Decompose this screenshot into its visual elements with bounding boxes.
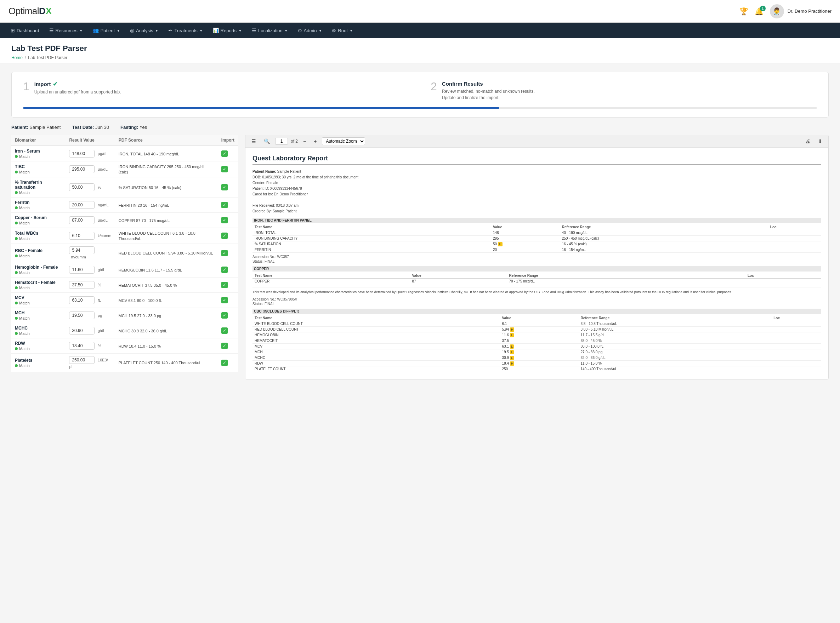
match-dot	[15, 222, 18, 224]
import-checkbox[interactable]: ✓	[221, 166, 228, 172]
breadcrumb-home-link[interactable]: Home	[11, 55, 23, 60]
pdf-page-input[interactable]	[275, 138, 288, 145]
step-1: 1 Import ✔ Upload an unaltered pdf from …	[23, 81, 409, 101]
result-input[interactable]	[69, 342, 95, 350]
step-2-number: 2	[431, 81, 437, 101]
pdf-search-button[interactable]: 🔍	[261, 137, 272, 145]
import-checkbox[interactable]: ✓	[221, 360, 228, 366]
step-2-desc: Review matched, no-match and unknown res…	[442, 88, 541, 101]
nav-item-treatments[interactable]: ✒ Treatments ▼	[163, 23, 207, 38]
import-checkbox[interactable]: ✓	[221, 184, 228, 190]
trophy-icon-button[interactable]: 🏆	[739, 7, 748, 15]
import-cell: ✓	[218, 262, 238, 278]
match-dot	[15, 317, 18, 320]
import-checkbox[interactable]: ✓	[221, 282, 228, 288]
unit-text: %	[98, 283, 101, 287]
nav-item-localization[interactable]: ☰ Localization ▼	[247, 23, 293, 38]
import-cell: ✓	[218, 177, 238, 198]
result-input[interactable]	[69, 183, 95, 191]
biomarker-name: Total WBCs	[15, 231, 62, 236]
nav-item-admin[interactable]: ⊙ Admin ▼	[293, 23, 327, 38]
col-result-value: Result Value	[66, 135, 115, 146]
import-checkbox[interactable]: ✓	[221, 297, 228, 303]
unit-text: k/cumm	[98, 234, 112, 238]
result-input[interactable]	[69, 327, 95, 335]
notifications-button[interactable]: 🔔 1	[755, 7, 763, 15]
pdf-file-received: File Received: 03/18 3:07 am	[252, 203, 821, 209]
nav-item-analysis[interactable]: ◎ Analysis ▼	[125, 23, 163, 38]
nav-item-resources[interactable]: ☰ Resources ▼	[44, 23, 88, 38]
match-badge: Match	[15, 236, 62, 241]
nav-label-resources: Resources	[55, 28, 78, 33]
import-cell: ✓	[218, 161, 238, 177]
biomarker-cell: Platelets Match	[11, 354, 66, 372]
pdf-source-text: RED BLOOD CELL COUNT 5.94 3.80 - 5.10 Mi…	[119, 251, 213, 255]
pdf-source-text: HEMOGLOBIN 11.6 11.7 - 15.5 g/dL	[119, 268, 182, 272]
match-badge: Match	[15, 270, 62, 275]
result-input[interactable]	[69, 266, 95, 274]
pdf-source-cell: MCV 63.1 80.0 - 100.0 fL	[115, 293, 218, 308]
result-value-cell: %	[66, 338, 115, 354]
pdf-source-cell: MCH 19.5 27.0 - 33.0 pg	[115, 308, 218, 323]
pdf-panel3-row: MCH19.5L27.0 - 33.0 pg	[252, 349, 821, 355]
result-input[interactable]	[69, 296, 95, 304]
import-checkbox[interactable]: ✓	[221, 327, 228, 334]
dashboard-icon: ⊞	[11, 28, 15, 33]
match-dot	[15, 364, 18, 367]
result-input[interactable]	[69, 216, 95, 224]
fasting-field: Fasting: Yes	[120, 124, 147, 130]
import-checkbox[interactable]: ✓	[221, 343, 228, 349]
pdf-download-button[interactable]: ⬇	[815, 137, 825, 145]
pdf-source-text: WHITE BLOOD CELL COUNT 6.1 3.8 - 10.8 Th…	[119, 231, 195, 241]
nav-item-root[interactable]: ⊗ Root ▼	[327, 23, 358, 38]
main-content: 1 Import ✔ Upload an unaltered pdf from …	[0, 63, 840, 388]
pdf-panel3-row: RED BLOOD CELL COUNT5.94H3.80 - 5.10 Mil…	[252, 327, 821, 332]
result-value-cell: m/cumm	[66, 244, 115, 262]
chevron-down-icon: ▼	[318, 29, 322, 32]
user-menu[interactable]: 👨‍⚕️ Dr. Demo Practitioner	[770, 4, 831, 18]
table-row: % Transferrin saturation Match % % SATUR…	[11, 177, 238, 198]
import-checkbox[interactable]: ✓	[221, 217, 228, 223]
biomarker-name: TIBC	[15, 164, 62, 169]
result-input[interactable]	[69, 165, 95, 173]
nav-item-dashboard[interactable]: ⊞ Dashboard	[6, 23, 44, 38]
result-input[interactable]	[69, 201, 95, 209]
result-input[interactable]	[69, 150, 95, 158]
result-input[interactable]	[69, 232, 95, 239]
nav-item-patient[interactable]: 👥 Patient ▼	[88, 23, 125, 38]
breadcrumb-separator: /	[25, 55, 26, 60]
logo: Optimal DX	[9, 6, 52, 17]
pdf-print-button[interactable]: 🖨	[803, 137, 813, 145]
top-icons: 🏆 🔔 1 👨‍⚕️ Dr. Demo Practitioner	[739, 4, 831, 18]
pdf-toolbar: ☰ 🔍 of 2 − + Automatic Zoom 50% 75% 100%…	[246, 135, 828, 147]
pdf-zoom-out-button[interactable]: −	[301, 137, 309, 145]
match-dot	[15, 255, 18, 257]
table-row: RDW Match % RDW 18.4 11.0 - 15.0 % ✓	[11, 338, 238, 354]
import-checkbox[interactable]: ✓	[221, 202, 228, 208]
zoom-select[interactable]: Automatic Zoom 50% 75% 100% 125% 150% 20…	[322, 137, 365, 145]
import-checkbox[interactable]: ✓	[221, 150, 228, 157]
pdf-panel1-table: Test NameValueReference RangeLoc IRON, T…	[252, 224, 821, 253]
import-checkbox[interactable]: ✓	[221, 250, 228, 256]
nav-item-reports[interactable]: 📊 Reports ▼	[208, 23, 247, 38]
import-checkbox[interactable]: ✓	[221, 312, 228, 319]
match-dot	[15, 286, 18, 289]
pdf-zoom-in-button[interactable]: +	[311, 137, 319, 145]
biomarker-name: MCHC	[15, 326, 62, 331]
import-checkbox[interactable]: ✓	[221, 267, 228, 273]
result-input[interactable]	[69, 246, 95, 254]
biomarker-name: Ferritin	[15, 200, 62, 205]
result-input[interactable]	[69, 281, 95, 289]
import-cell: ✓	[218, 213, 238, 228]
pdf-sidebar-toggle[interactable]: ☰	[249, 137, 258, 145]
result-value-cell: µg/dL	[66, 213, 115, 228]
result-input[interactable]	[69, 356, 95, 364]
pdf-panel3-row: MCHC30.9L32.0 - 36.0 g/dL	[252, 355, 821, 361]
pdf-viewer: ☰ 🔍 of 2 − + Automatic Zoom 50% 75% 100%…	[245, 135, 829, 379]
result-input[interactable]	[69, 312, 95, 319]
match-dot	[15, 170, 18, 173]
import-checkbox[interactable]: ✓	[221, 233, 228, 239]
biomarker-cell: MCHC Match	[11, 323, 66, 338]
pdf-panel3-row: PLATELET COUNT250140 - 400 Thousand/uL	[252, 366, 821, 372]
unit-text: %	[98, 185, 101, 189]
